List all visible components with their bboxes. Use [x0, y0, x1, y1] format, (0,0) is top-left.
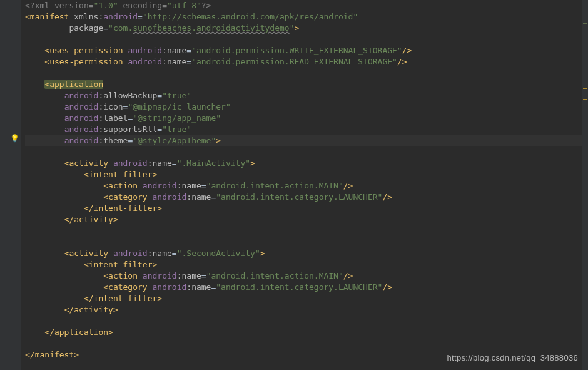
- code-token: [25, 57, 44, 66]
- code-token: [25, 23, 69, 33]
- code-token: xmlns:: [74, 12, 103, 21]
- code-line[interactable]: </intent-filter>: [25, 203, 587, 214]
- code-line[interactable]: [25, 225, 587, 237]
- code-token: androidactivitydemo: [196, 23, 290, 33]
- code-line[interactable]: [25, 316, 587, 327]
- code-token: <category: [103, 192, 152, 202]
- code-token: "true": [162, 125, 191, 134]
- code-token: [25, 181, 103, 190]
- code-token: [25, 271, 103, 280]
- overview-mark[interactable]: [583, 88, 587, 89]
- code-token: android: [64, 91, 99, 100]
- code-token: :name: [162, 57, 186, 66]
- code-token: .: [191, 23, 196, 33]
- code-token: [25, 46, 44, 55]
- code-token: />: [397, 57, 407, 66]
- code-token: =: [157, 125, 162, 134]
- code-token: <activity: [64, 158, 113, 168]
- code-editor[interactable]: 💡 <?xml version="1.0" encoding="utf-8"?>…: [0, 0, 588, 370]
- code-line[interactable]: [25, 34, 587, 45]
- code-line[interactable]: android:label="@string/app_name": [25, 113, 587, 124]
- code-token: />: [382, 192, 392, 202]
- code-token: :name: [186, 282, 211, 292]
- code-line[interactable]: android:theme="@style/AppTheme">: [25, 135, 587, 146]
- code-token: =: [186, 57, 191, 66]
- watermark-text: https://blog.csdn.net/qq_34888036: [447, 353, 578, 362]
- code-token: </application>: [44, 327, 113, 337]
- code-token: android: [128, 46, 162, 55]
- code-token: :name: [148, 158, 172, 168]
- code-token: <intent-filter>: [84, 170, 157, 179]
- code-token: [25, 282, 103, 292]
- code-token: [25, 294, 84, 303]
- code-line[interactable]: <uses-permission android:name="android.p…: [25, 56, 587, 68]
- gutter: 💡: [0, 0, 21, 370]
- code-token: ?>: [201, 1, 211, 10]
- code-token: />: [343, 181, 353, 190]
- code-token: android: [143, 181, 177, 190]
- code-token: "1.0": [94, 1, 118, 10]
- code-token: =: [172, 249, 177, 258]
- lightbulb-icon[interactable]: 💡: [10, 134, 19, 143]
- code-area[interactable]: <?xml version="1.0" encoding="utf-8"?><m…: [21, 0, 588, 361]
- code-line[interactable]: <category android:name="android.intent.c…: [25, 192, 587, 203]
- code-token: :icon: [98, 102, 123, 111]
- code-token: :theme: [98, 136, 128, 145]
- code-token: </activity>: [64, 215, 118, 224]
- code-token: "utf-8": [167, 1, 201, 10]
- code-token: [25, 327, 44, 337]
- code-token: android: [153, 192, 187, 202]
- code-line[interactable]: <activity android:name=".SecondActivity"…: [25, 248, 587, 259]
- code-line[interactable]: package="com.sunofbeaches.androidactivit…: [25, 23, 587, 34]
- code-token: />: [402, 46, 412, 55]
- code-token: android: [113, 158, 148, 168]
- code-token: android: [64, 102, 99, 111]
- code-token: =: [157, 91, 162, 100]
- code-line[interactable]: android:supportsRtl="true": [25, 124, 587, 135]
- code-line[interactable]: android:icon="@mipmap/ic_launcher": [25, 101, 587, 113]
- code-token: "android.intent.category.LAUNCHER": [216, 282, 382, 292]
- code-token: ": [290, 23, 295, 33]
- code-line[interactable]: </activity>: [25, 214, 587, 225]
- code-line[interactable]: [25, 68, 587, 79]
- code-line[interactable]: </intent-filter>: [25, 293, 587, 304]
- overview-ruler[interactable]: [582, 0, 588, 370]
- overview-mark[interactable]: [583, 99, 587, 100]
- code-token: [25, 192, 103, 202]
- code-token: "android.intent.action.MAIN": [206, 271, 343, 280]
- code-token: </intent-filter>: [84, 294, 162, 303]
- overview-mark[interactable]: [583, 23, 587, 24]
- code-token: />: [343, 271, 353, 280]
- code-token: <category: [103, 282, 152, 292]
- code-line[interactable]: <intent-filter>: [25, 169, 587, 180]
- code-token: :name: [162, 46, 186, 55]
- code-token: >: [295, 23, 300, 33]
- code-token: ".MainActivity": [177, 158, 250, 168]
- code-token: "@style/AppTheme": [133, 136, 216, 145]
- code-line[interactable]: <manifest xmlns:android="http://schemas.…: [25, 11, 587, 23]
- code-line[interactable]: <uses-permission android:name="android.p…: [25, 45, 587, 56]
- code-line[interactable]: <category android:name="android.intent.c…: [25, 282, 587, 293]
- code-line[interactable]: <?xml version="1.0" encoding="utf-8"?>: [25, 0, 587, 11]
- code-line[interactable]: <activity android:name=".MainActivity">: [25, 158, 587, 169]
- code-token: "com.: [108, 23, 133, 33]
- code-line[interactable]: [25, 338, 587, 349]
- code-line[interactable]: android:allowBackup="true": [25, 90, 587, 101]
- code-line[interactable]: <action android:name="android.intent.act…: [25, 270, 587, 282]
- code-token: "true": [162, 91, 191, 100]
- code-token: <application: [44, 80, 103, 89]
- code-token: </activity>: [64, 305, 118, 314]
- code-line[interactable]: [25, 237, 587, 248]
- code-token: android: [128, 57, 162, 66]
- code-line[interactable]: <application: [25, 79, 587, 90]
- code-line[interactable]: </activity>: [25, 304, 587, 316]
- code-token: <action: [103, 181, 143, 190]
- code-token: =: [138, 12, 143, 21]
- code-token: :label: [98, 113, 128, 123]
- code-line[interactable]: <intent-filter>: [25, 259, 587, 270]
- code-line[interactable]: </application>: [25, 327, 587, 338]
- code-token: "android.permission.READ_EXTERNAL_STORAG…: [191, 57, 397, 66]
- code-line[interactable]: <action android:name="android.intent.act…: [25, 180, 587, 192]
- code-token: android: [64, 136, 99, 145]
- code-line[interactable]: [25, 146, 587, 158]
